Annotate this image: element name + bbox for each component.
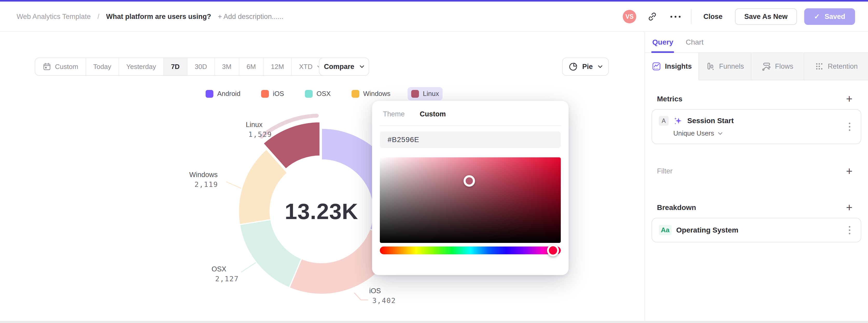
legend-swatch	[206, 90, 213, 98]
callout-linux-value: 1,529	[246, 130, 272, 139]
metric-card[interactable]: A Session Start Unique Users	[652, 109, 861, 144]
close-button[interactable]: Close	[703, 13, 722, 21]
more-options-button[interactable]	[671, 16, 681, 18]
retention-icon	[815, 62, 824, 71]
chart-controls: CustomTodayYesterday7D30D3M6M12MXTD Comp…	[0, 58, 645, 76]
saturation-value-gradient[interactable]	[380, 157, 561, 243]
callout-ios-value: 3,402	[369, 296, 396, 305]
chart-legend: AndroidiOSOSXWindowsLinux	[0, 87, 645, 100]
range-3m[interactable]: 3M	[215, 58, 239, 75]
breakdown-heading: Breakdown	[657, 203, 696, 212]
callout-linux-name: Linux	[246, 120, 272, 130]
legend-item-linux[interactable]: Linux	[408, 87, 442, 100]
tab-custom[interactable]: Custom	[420, 110, 446, 118]
callout-osx-value: 2,127	[212, 274, 239, 284]
avatar[interactable]: VS	[623, 10, 636, 23]
tab-flows[interactable]: Flows	[751, 53, 804, 80]
metric-name: Session Start	[687, 117, 734, 125]
report-title[interactable]: What platform are users using?	[106, 13, 211, 21]
legend-swatch	[261, 90, 269, 98]
tab-query[interactable]: Query	[652, 38, 673, 46]
breadcrumb-root-link[interactable]: Web Analytics Template	[17, 13, 91, 21]
popup-divider	[380, 126, 561, 126]
save-as-new-button[interactable]: Save As New	[735, 8, 797, 25]
tab-theme[interactable]: Theme	[383, 110, 405, 118]
legend-label: Windows	[363, 90, 391, 98]
aggregation-dropdown[interactable]: Unique Users	[652, 126, 861, 143]
tab-label: Retention	[828, 62, 858, 70]
legend-item-windows[interactable]: Windows	[348, 87, 394, 100]
hue-slider[interactable]	[380, 247, 561, 254]
chevron-down-icon	[598, 65, 602, 68]
range-today[interactable]: Today	[86, 58, 119, 75]
filter-section-header: Filter +	[645, 167, 868, 175]
color-picker-tabs: Theme Custom	[380, 101, 561, 118]
copy-link-button[interactable]	[647, 11, 658, 22]
link-icon	[647, 12, 657, 22]
insights-icon	[652, 62, 661, 71]
callout-ios-name: iOS	[369, 286, 396, 296]
breakdown-card[interactable]: Aa Operating System	[652, 218, 861, 243]
range-label: XTD	[299, 63, 312, 71]
compare-button[interactable]: Compare	[319, 58, 369, 76]
legend-label: iOS	[273, 90, 284, 98]
breakdown-section-header: Breakdown +	[645, 203, 868, 212]
header-divider	[691, 9, 691, 24]
legend-item-android[interactable]: Android	[202, 87, 244, 100]
callout-ios: iOS 3,402	[369, 286, 396, 305]
breakdown-options-kebab[interactable]	[847, 225, 852, 236]
page: Web Analytics Template / What platform a…	[0, 0, 868, 323]
tab-insights[interactable]: Insights	[645, 53, 699, 80]
legend-swatch	[351, 90, 359, 98]
tab-label: Flows	[775, 62, 793, 70]
legend-item-ios[interactable]: iOS	[257, 87, 287, 100]
legend-label: Linux	[423, 90, 439, 98]
range-label: Yesterday	[126, 63, 156, 71]
range-7d[interactable]: 7D	[164, 58, 187, 75]
saved-label: Saved	[825, 13, 845, 21]
range-30d[interactable]: 30D	[187, 58, 215, 75]
tab-funnels[interactable]: Funnels	[699, 53, 751, 80]
ellipsis-icon	[671, 16, 672, 18]
chevron-down-icon	[718, 132, 722, 135]
chart-type-button[interactable]: Pie	[562, 58, 609, 76]
tab-retention[interactable]: Retention	[804, 53, 868, 80]
gradient-handle[interactable]	[464, 175, 475, 187]
range-12m[interactable]: 12M	[264, 58, 292, 75]
add-description-button[interactable]: + Add description......	[218, 13, 283, 21]
tab-label: Funnels	[719, 62, 744, 70]
range-label: 6M	[247, 63, 256, 71]
saved-button[interactable]: ✓ Saved	[804, 8, 855, 25]
legend-item-osx[interactable]: OSX	[301, 87, 335, 100]
breakdown-name: Operating System	[676, 226, 738, 234]
metric-options-kebab[interactable]	[847, 121, 852, 132]
breadcrumb-separator: /	[97, 13, 99, 21]
property-type-badge: Aa	[659, 225, 672, 235]
metrics-heading: Metrics	[657, 95, 682, 103]
analysis-type-tabs: InsightsFunnelsFlowsRetention	[645, 53, 868, 80]
hex-color-input[interactable]	[380, 131, 561, 148]
metric-card-row: A Session Start	[652, 110, 861, 126]
funnels-icon	[706, 62, 715, 71]
range-yesterday[interactable]: Yesterday	[119, 58, 164, 75]
add-filter-button[interactable]: +	[846, 167, 852, 175]
flows-icon	[762, 62, 771, 71]
range-custom[interactable]: Custom	[35, 58, 86, 75]
bottom-strip	[0, 321, 868, 323]
callout-windows-value: 2,119	[189, 180, 218, 189]
range-label: 30D	[195, 63, 207, 71]
metric-series-badge: A	[659, 116, 669, 126]
chevron-down-icon	[360, 65, 364, 68]
add-metric-button[interactable]: +	[846, 95, 852, 103]
range-6m[interactable]: 6M	[239, 58, 264, 75]
sidebar-mode-tabs: Query Chart	[645, 32, 868, 53]
add-breakdown-button[interactable]: +	[846, 204, 852, 212]
hue-slider-handle[interactable]	[547, 245, 559, 256]
compare-label: Compare	[324, 63, 354, 71]
callout-linux: Linux 1,529	[246, 120, 272, 139]
tab-chart[interactable]: Chart	[686, 38, 703, 46]
range-label: Custom	[55, 63, 78, 71]
aggregation-label: Unique Users	[673, 129, 714, 137]
callout-windows-name: Windows	[189, 170, 218, 180]
callout-windows: Windows 2,119	[189, 170, 218, 189]
